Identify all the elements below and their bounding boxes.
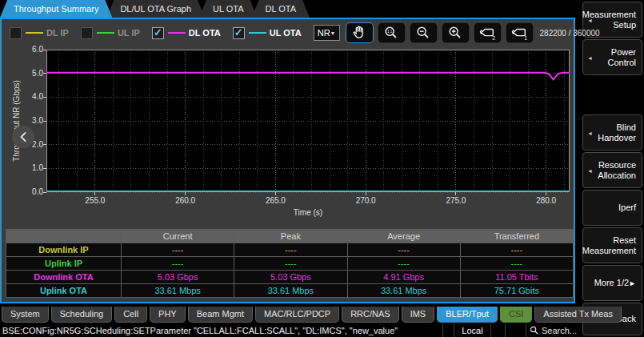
- softkey-power-control[interactable]: ◄PowerControl: [582, 39, 642, 75]
- zoom-in-button[interactable]: [442, 22, 470, 43]
- softkey-arrow-icon: ◄: [587, 127, 593, 138]
- throughput-chart: Throughput NR (Gbps) Time (s) 255.0260.0…: [5, 45, 573, 226]
- bottom-tab-phy[interactable]: PHY: [150, 307, 186, 323]
- y-tick-label: 1.0: [18, 163, 43, 172]
- x-tick-label: 255.0: [78, 196, 113, 205]
- table-row-label-downlink-ip: Downlink IP: [6, 243, 121, 256]
- table-row-label-downlink-ota: Downlink OTA: [6, 271, 121, 283]
- status-cell: [505, 323, 526, 337]
- table-cell: 11.05 Tbits: [461, 271, 573, 283]
- legend-line-swatch: [97, 32, 114, 34]
- softkey-label: Allocation: [598, 171, 636, 181]
- bottom-tab-scheduling[interactable]: Scheduling: [51, 307, 112, 323]
- marker-1-icon: 1: [510, 25, 529, 41]
- legend-checkbox-ul-ota[interactable]: ✓: [233, 27, 245, 39]
- table-cell: 75.71 Gbits: [461, 284, 573, 297]
- bottom-tab-ims[interactable]: IMS: [402, 307, 435, 323]
- y-tick-label: 0.0: [18, 187, 43, 196]
- softkey-more-1-2[interactable]: More 1/2►: [582, 265, 642, 301]
- status-cell: [490, 323, 505, 337]
- zoom-reset-icon: 1:1: [382, 25, 400, 41]
- bottom-tab-csi[interactable]: CSI: [500, 307, 532, 323]
- softkey-label: Handover: [598, 133, 636, 143]
- table-cell: ----: [461, 243, 573, 256]
- search-placeholder: Search...: [542, 326, 577, 335]
- top-tab-ul-ota[interactable]: UL OTA: [199, 0, 258, 18]
- table-cell: ----: [234, 257, 346, 270]
- bottom-tab-cell[interactable]: Cell: [114, 307, 147, 323]
- legend-checkbox-dl-ip[interactable]: [10, 27, 22, 39]
- zoom-out-button[interactable]: [410, 22, 438, 43]
- softkey-label: Iperf: [618, 203, 636, 213]
- status-bar: BSE:CONFig:NR5G:SCHeduling:SETParameter …: [0, 323, 578, 337]
- svg-text:1:1: 1:1: [387, 30, 393, 34]
- softkey-label: Resource: [598, 160, 636, 171]
- bottom-tab-rrc-nas[interactable]: RRC/NAS: [342, 307, 399, 323]
- top-tab-throughput-summary[interactable]: Throughput Summary: [0, 0, 112, 18]
- legend-line-swatch: [168, 32, 186, 34]
- x-tick-label: 275.0: [438, 196, 474, 205]
- softkey-label: Measurement: [582, 246, 636, 256]
- y-tick-label: 3.0: [18, 116, 43, 125]
- remote-local-indicator[interactable]: Local: [454, 323, 490, 337]
- legend: DL IPUL IP✓DL OTA✓UL OTA: [10, 27, 314, 39]
- softkey-resource-allocation[interactable]: ◄ResourceAllocation: [582, 152, 642, 188]
- svg-text:2: 2: [492, 35, 495, 41]
- legend-checkbox-dl-ota[interactable]: ✓: [152, 27, 164, 39]
- table-cell: ----: [348, 243, 460, 256]
- top-tab-dl-ul-ota-graph[interactable]: DL/UL OTA Graph: [106, 0, 205, 18]
- softkey-panel: ◄MeasurementSetup◄PowerControl◄BlindHand…: [582, 0, 644, 337]
- table-cell: ----: [348, 257, 460, 270]
- y-tick-label: 5.0: [18, 69, 43, 78]
- softkey-label: Reset: [613, 235, 636, 246]
- pan-hand-button[interactable]: [346, 22, 374, 43]
- softkey-arrow-icon: ◄: [587, 165, 593, 175]
- marker-1-button[interactable]: 1: [506, 22, 534, 43]
- table-row-label-uplink-ota: Uplink OTA: [6, 284, 121, 297]
- legend-item-dl-ota: ✓DL OTA: [152, 27, 221, 39]
- softkey-iperf[interactable]: Iperf: [582, 190, 642, 226]
- softkey-reset-measurement[interactable]: ResetMeasurement: [582, 227, 642, 263]
- top-tab-dl-ota[interactable]: DL OTA: [252, 0, 310, 18]
- table-cell: ----: [461, 257, 573, 270]
- main-area: Throughput SummaryDL/UL OTA GraphUL OTAD…: [0, 0, 578, 337]
- legend-item-ul-ip: UL IP: [81, 27, 140, 39]
- x-tick-label: 280.0: [529, 196, 564, 205]
- table-cell: ----: [122, 257, 234, 270]
- bottom-tab-assisted-tx-meas[interactable]: Assisted Tx Meas: [534, 307, 622, 323]
- marker-2-icon: 2: [478, 25, 497, 41]
- softkey-arrow-icon: ◄: [587, 52, 593, 62]
- table-cell: 33.61 Mbps: [234, 284, 346, 297]
- bottom-tab-mac-rlc-pdcp[interactable]: MAC/RLC/PDCP: [255, 307, 339, 323]
- table-header-blank: [6, 230, 121, 243]
- bottom-tab-beam-mgmt[interactable]: Beam Mgmt: [188, 307, 253, 323]
- bottom-tab-system[interactable]: System: [2, 307, 49, 323]
- table-cell: ----: [234, 243, 346, 256]
- throughput-table: CurrentPeakAverageTransferredDownlink IP…: [6, 229, 574, 298]
- softkey-blind-handover[interactable]: ◄BlindHandover: [582, 114, 642, 150]
- table-cell: 4.91 Gbps: [348, 271, 460, 283]
- legend-label: DL OTA: [189, 28, 221, 38]
- zoom-in-icon: [446, 25, 464, 41]
- status-cell: [442, 323, 454, 337]
- softkey-label: Blind: [617, 122, 636, 133]
- legend-checkbox-ul-ip[interactable]: [81, 27, 93, 39]
- legend-line-swatch: [249, 32, 266, 34]
- search-field[interactable]: Search...: [526, 323, 578, 337]
- legend-line-swatch: [26, 32, 43, 34]
- collapse-panel-button[interactable]: [12, 126, 34, 148]
- zoom-out-icon: [414, 25, 432, 41]
- scpi-command-text: BSE:CONFig:NR5G:SCHeduling:SETParameter …: [0, 326, 442, 335]
- legend-label: DL IP: [46, 28, 69, 38]
- y-tick-label: 4.0: [18, 92, 43, 101]
- throughput-summary-panel: DL IPUL IP✓DL OTA✓UL OTA NR ▼ 1:121 2822…: [0, 18, 575, 303]
- search-icon: [530, 326, 538, 335]
- legend-item-ul-ota: ✓UL OTA: [233, 27, 302, 39]
- technology-dropdown[interactable]: NR ▼: [314, 25, 340, 41]
- legend-label: UL IP: [118, 28, 140, 38]
- softkey-arrow-icon: ◄: [587, 14, 593, 25]
- bottom-tab-bler-tput[interactable]: BLER/Tput: [437, 307, 498, 323]
- zoom-reset-button[interactable]: 1:1: [378, 22, 406, 43]
- table-cell: 5.03 Gbps: [234, 271, 346, 283]
- marker-2-button[interactable]: 2: [474, 22, 502, 43]
